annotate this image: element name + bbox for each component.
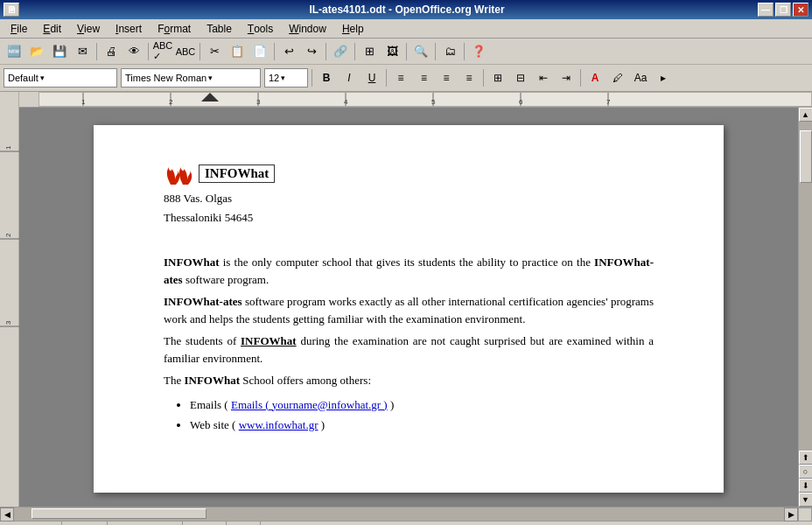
close-button[interactable]: ✕ [793, 3, 808, 17]
h-scroll-thumb[interactable] [32, 508, 206, 519]
menu-help[interactable]: Help [335, 20, 371, 38]
separator [406, 43, 407, 60]
paragraph-1: INFOWhat is the only computer school tha… [164, 254, 654, 288]
font-color-button[interactable]: A [584, 67, 606, 88]
paragraph-4: The INFOWhat School offers among others: [164, 372, 654, 389]
navigator-button[interactable]: 🗂 [439, 41, 460, 62]
paste-button[interactable]: 📄 [249, 41, 270, 62]
svg-text:2: 2 [169, 98, 173, 106]
align-justify-button[interactable]: ≡ [458, 67, 480, 88]
vertical-scrollbar: ▲ ⬆ ○ ⬇ ▼ [798, 108, 812, 507]
document-container: INFOWhat 888 Vas. Olgas Thessaloniki 546… [19, 108, 798, 507]
align-left-button[interactable]: ≡ [390, 67, 411, 88]
paragraph-2: INFOWhat-ates software program works exa… [164, 293, 654, 327]
scroll-track[interactable] [799, 122, 813, 451]
table-button[interactable]: ⊞ [359, 41, 380, 62]
font-size-dropdown[interactable]: 12 ▾ [264, 68, 308, 88]
spacer [164, 228, 654, 254]
separator [200, 43, 200, 60]
separator [464, 43, 465, 60]
svg-text:6: 6 [519, 98, 523, 106]
address-line-1: 888 Vas. Olgas [164, 190, 654, 207]
autocorrect-button[interactable]: ABC [175, 41, 196, 62]
list-ordered-button[interactable]: ⊟ [510, 67, 531, 88]
spellcheck-button[interactable]: ABC✓ [152, 41, 173, 62]
separator [326, 43, 326, 60]
website-link[interactable]: www.infowhat.gr [239, 418, 318, 431]
page-nav-buttons: ⬆ ○ ⬇ [799, 451, 813, 493]
menu-file[interactable]: File [4, 20, 34, 38]
offers-list: Emails ( Emails ( yourname@infowhat.gr )… [190, 395, 654, 436]
menu-insert[interactable]: Insert [108, 20, 149, 38]
next-page-button[interactable]: ⬇ [799, 479, 813, 493]
align-center-button[interactable]: ≡ [413, 67, 434, 88]
svg-text:5: 5 [431, 98, 436, 106]
print-button[interactable]: 🖨 [101, 41, 122, 62]
infowhat-ates-bold-1: INFOWhat-ates [164, 256, 654, 286]
increase-indent-button[interactable]: ⇥ [556, 67, 577, 88]
open-button[interactable]: 📂 [26, 41, 47, 62]
help-button[interactable]: ❓ [468, 41, 489, 62]
language: English (USA) [108, 522, 183, 525]
decrease-indent-button[interactable]: ⇤ [533, 67, 554, 88]
align-right-button[interactable]: ≡ [436, 67, 457, 88]
list-unordered-button[interactable]: ⊞ [487, 67, 508, 88]
find-button[interactable]: 🔍 [410, 41, 431, 62]
underline-button[interactable]: U [361, 67, 382, 88]
prev-page-button[interactable]: ⬆ [799, 451, 813, 465]
more-button[interactable]: ▸ [653, 67, 674, 88]
infowhat-bold-1: INFOWhat [164, 256, 220, 269]
address-line-2: Thessaloniki 54645 [164, 209, 654, 227]
print-preview-button[interactable]: 👁 [123, 41, 144, 62]
save-button[interactable]: 💾 [49, 41, 70, 62]
email-link[interactable]: Emails ( yourname@infowhat.gr ) [231, 398, 388, 411]
image-button[interactable]: 🖼 [382, 41, 402, 62]
list-item-email: Emails ( Emails ( yourname@infowhat.gr )… [190, 395, 654, 415]
scroll-thumb[interactable] [800, 130, 812, 183]
selection-mode[interactable]: STD [227, 522, 261, 525]
font-name-dropdown[interactable]: Times New Roman ▾ [121, 68, 261, 88]
document-scroll-area[interactable]: INFOWhat 888 Vas. Olgas Thessaloniki 546… [19, 108, 798, 507]
menu-bar: File Edit View Insert Format Table Tools… [0, 19, 812, 38]
cut-button[interactable]: ✂ [204, 41, 225, 62]
infowhat-ates-bold-2: INFOWhat-ates [164, 295, 242, 308]
character-format-button[interactable]: Aa [630, 67, 651, 88]
separator [435, 43, 436, 60]
horizontal-ruler: 1 2 3 4 5 6 7 [38, 92, 812, 107]
scroll-right-button[interactable]: ▶ [784, 508, 798, 522]
menu-tools[interactable]: Tools [241, 20, 280, 38]
menu-view[interactable]: View [70, 20, 107, 38]
svg-text:7: 7 [606, 98, 611, 106]
separator [274, 43, 275, 60]
maximize-button[interactable]: ❐ [775, 3, 791, 17]
highlight-button[interactable]: 🖊 [607, 67, 628, 88]
minimize-button[interactable]: — [758, 3, 774, 17]
title-bar: 🖹 IL-ates4101.odt - OpenOffice.org Write… [0, 0, 812, 19]
undo-button[interactable]: ↩ [278, 41, 299, 62]
menu-format[interactable]: Format [150, 20, 198, 38]
separator [148, 43, 149, 60]
paragraph-style-dropdown[interactable]: Default ▾ [4, 68, 117, 88]
menu-table[interactable]: Table [200, 20, 239, 38]
status-bar: Page 1 / 2 Default English (USA) INSRT S… [0, 521, 812, 525]
copy-button[interactable]: 📋 [227, 41, 248, 62]
menu-window[interactable]: Window [282, 20, 333, 38]
logo-what: What [238, 166, 270, 180]
current-page-indicator: ○ [799, 465, 813, 479]
bold-button[interactable]: B [316, 67, 337, 88]
hyperlink-button[interactable]: 🔗 [330, 41, 351, 62]
infowhat-bold-4: INFOWhat [184, 374, 240, 387]
new-button[interactable]: 🆕 [4, 41, 24, 62]
h-scroll-track[interactable] [14, 508, 784, 521]
insert-mode[interactable]: INSRT [183, 522, 227, 525]
dropdown-arrow-icon: ▾ [208, 74, 213, 82]
menu-edit[interactable]: Edit [36, 20, 68, 38]
scroll-down-button[interactable]: ▼ [799, 493, 813, 507]
redo-button[interactable]: ↪ [301, 41, 322, 62]
email-button[interactable]: ✉ [72, 41, 93, 62]
separator [96, 43, 97, 60]
separator [580, 69, 581, 87]
toolbar-area: 🆕 📂 💾 ✉ 🖨 👁 ABC✓ ABC ✂ 📋 📄 ↩ ↪ 🔗 ⊞ 🖼 🔍 🗂… [0, 38, 812, 92]
scroll-up-button[interactable]: ▲ [799, 108, 813, 122]
italic-button[interactable]: I [339, 67, 360, 88]
